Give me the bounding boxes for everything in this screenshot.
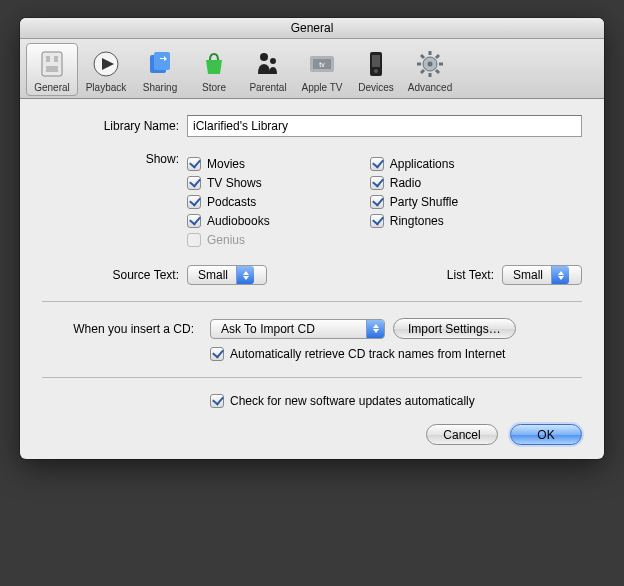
sharing-icon [144, 48, 176, 80]
checkbox-label: Party Shuffle [390, 195, 458, 209]
popup-value: Ask To Import CD [211, 320, 366, 338]
preferences-toolbar: General Playback Sharing Store Parental … [20, 39, 604, 99]
cd-action-popup[interactable]: Ask To Import CD [210, 319, 385, 339]
checkbox-label: Genius [207, 233, 245, 247]
text-size-row: Source Text: Small List Text: Small [42, 265, 582, 285]
tab-general[interactable]: General [26, 43, 78, 96]
checkbox-label: Automatically retrieve CD track names fr… [230, 347, 505, 361]
cd-insert-row: When you insert a CD: Ask To Import CD I… [42, 318, 582, 339]
source-text-label: Source Text: [42, 268, 179, 282]
checkbox-box [187, 176, 201, 190]
checkbox-tvshows[interactable]: TV Shows [187, 176, 270, 190]
button-label: Cancel [443, 428, 480, 442]
store-icon [198, 48, 230, 80]
checkbox-label: Podcasts [207, 195, 256, 209]
devices-icon [360, 48, 392, 80]
tab-devices[interactable]: Devices [350, 43, 402, 96]
tab-label: Sharing [143, 82, 177, 93]
parental-icon [252, 48, 284, 80]
checkbox-label: Ringtones [390, 214, 444, 228]
show-label: Show: [42, 151, 187, 166]
button-label: Import Settings… [408, 322, 501, 336]
window-title: General [20, 18, 604, 39]
checkbox-check-updates[interactable]: Check for new software updates automatic… [210, 394, 582, 408]
checkbox-label: Check for new software updates automatic… [230, 394, 475, 408]
checkbox-box [370, 176, 384, 190]
checkbox-partyshuffle[interactable]: Party Shuffle [370, 195, 458, 209]
checkbox-box [370, 157, 384, 171]
svg-line-25 [421, 70, 424, 73]
checkbox-auto-retrieve-cd[interactable]: Automatically retrieve CD track names fr… [210, 347, 582, 361]
svg-rect-1 [46, 56, 50, 62]
svg-line-23 [436, 70, 439, 73]
general-icon [36, 48, 68, 80]
checkbox-box [370, 195, 384, 209]
advanced-icon [414, 48, 446, 80]
tab-playback[interactable]: Playback [80, 43, 132, 96]
svg-point-17 [428, 62, 433, 67]
svg-point-8 [260, 53, 268, 61]
svg-rect-0 [42, 52, 62, 76]
list-text-label: List Text: [447, 268, 494, 282]
popup-arrows-icon [366, 320, 384, 338]
checkbox-box [187, 233, 201, 247]
divider [42, 377, 582, 378]
popup-value: Small [503, 266, 551, 284]
checkbox-label: Radio [390, 176, 421, 190]
tab-label: Advanced [408, 82, 452, 93]
popup-value: Small [188, 266, 236, 284]
svg-rect-7 [154, 52, 170, 70]
popup-arrows-icon [236, 266, 254, 284]
tab-sharing[interactable]: Sharing [134, 43, 186, 96]
import-settings-button[interactable]: Import Settings… [393, 318, 516, 339]
checkbox-box [210, 394, 224, 408]
svg-line-24 [436, 55, 439, 58]
source-text-popup[interactable]: Small [187, 265, 267, 285]
library-name-label: Library Name: [42, 119, 187, 133]
svg-point-9 [270, 58, 276, 64]
checkbox-label: Applications [390, 157, 455, 171]
svg-rect-14 [372, 55, 380, 67]
svg-point-15 [374, 69, 378, 73]
divider [42, 301, 582, 302]
checkbox-label: Audiobooks [207, 214, 270, 228]
checkbox-podcasts[interactable]: Podcasts [187, 195, 270, 209]
svg-rect-2 [54, 56, 58, 62]
tab-label: General [34, 82, 70, 93]
checkbox-label: Movies [207, 157, 245, 171]
checkbox-genius: Genius [187, 233, 270, 247]
tab-parental[interactable]: Parental [242, 43, 294, 96]
show-row: Show: Movies TV Shows Podcasts Audiobook… [42, 151, 582, 247]
tab-store[interactable]: Store [188, 43, 240, 96]
checkbox-applications[interactable]: Applications [370, 157, 458, 171]
appletv-icon: tv [306, 48, 338, 80]
svg-text:tv: tv [319, 61, 325, 68]
checkbox-box [187, 157, 201, 171]
checkbox-ringtones[interactable]: Ringtones [370, 214, 458, 228]
checkbox-box [187, 214, 201, 228]
cancel-button[interactable]: Cancel [426, 424, 498, 445]
dialog-footer: Cancel OK [42, 424, 582, 445]
checkbox-box [370, 214, 384, 228]
checkbox-audiobooks[interactable]: Audiobooks [187, 214, 270, 228]
checkbox-movies[interactable]: Movies [187, 157, 270, 171]
cd-insert-label: When you insert a CD: [42, 322, 202, 336]
tab-label: Store [202, 82, 226, 93]
window-title-text: General [291, 21, 334, 35]
checkbox-box [187, 195, 201, 209]
list-text-popup[interactable]: Small [502, 265, 582, 285]
checkbox-radio[interactable]: Radio [370, 176, 458, 190]
playback-icon [90, 48, 122, 80]
library-name-input[interactable] [187, 115, 582, 137]
tab-appletv[interactable]: tv Apple TV [296, 43, 348, 96]
tab-label: Apple TV [302, 82, 343, 93]
library-name-row: Library Name: [42, 115, 582, 137]
checkbox-box [210, 347, 224, 361]
preferences-window: General General Playback Sharing Store P… [20, 18, 604, 459]
tab-label: Playback [86, 82, 127, 93]
ok-button[interactable]: OK [510, 424, 582, 445]
svg-line-22 [421, 55, 424, 58]
tab-label: Devices [358, 82, 394, 93]
checkbox-label: TV Shows [207, 176, 262, 190]
tab-advanced[interactable]: Advanced [404, 43, 456, 96]
